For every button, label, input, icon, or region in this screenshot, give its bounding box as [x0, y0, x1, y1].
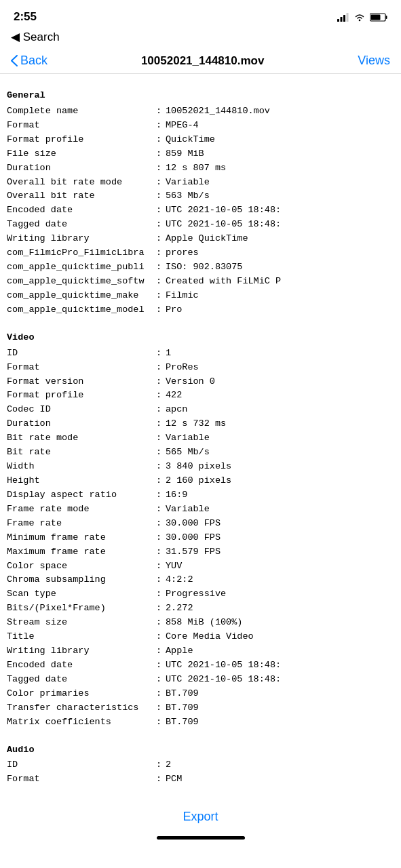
export-button[interactable]: Export	[183, 810, 218, 823]
info-value: UTC 2021-10-05 18:48:	[166, 658, 394, 673]
info-value: MPEG-4	[166, 119, 394, 133]
info-value: 3 840 pixels	[166, 460, 394, 474]
info-key: Format profile	[7, 389, 156, 403]
info-key: Format	[7, 772, 156, 787]
info-separator: :	[156, 460, 166, 474]
info-value: 2	[166, 758, 394, 772]
table-row: com_FilmicPro_FilmicLibra: prores	[7, 246, 394, 260]
info-separator: :	[156, 375, 166, 389]
home-bar	[157, 836, 245, 840]
audio-header: Audio	[7, 743, 394, 757]
info-key: Duration	[7, 417, 156, 431]
info-key: Format	[7, 119, 156, 133]
info-separator: :	[156, 601, 166, 616]
table-row: Frame rate mode : Variable	[7, 502, 394, 517]
info-key: Color space	[7, 559, 156, 574]
svg-rect-7	[371, 14, 381, 20]
page-title: 10052021_144810.mov	[141, 54, 265, 68]
info-key: Display aspect ratio	[7, 488, 156, 502]
table-row: Color primaries : BT.709	[7, 687, 394, 701]
table-row: Matrix coefficients : BT.709	[7, 715, 394, 730]
table-row: Display aspect ratio : 16:9	[7, 488, 394, 502]
info-key: Transfer characteristics	[7, 701, 156, 715]
table-row: Writing library : Apple QuickTime	[7, 232, 394, 246]
info-separator: :	[156, 147, 166, 161]
table-row: Codec ID : apcn	[7, 403, 394, 417]
info-value: Apple QuickTime	[166, 232, 394, 246]
search-bar: ◀ Search	[0, 30, 401, 48]
table-row: File size : 859 MiB	[7, 147, 394, 161]
info-value: Version 0	[166, 375, 394, 389]
info-value: PCM	[166, 772, 394, 787]
table-row: Duration : 12 s 807 ms	[7, 161, 394, 176]
views-button[interactable]: Views	[358, 54, 390, 68]
table-row: com_apple_quicktime_publi: ISO: 902.8307…	[7, 260, 394, 275]
info-value: Variable	[166, 176, 394, 190]
info-separator: :	[156, 616, 166, 630]
status-bar: 2:55	[0, 0, 401, 30]
info-separator: :	[156, 545, 166, 559]
info-value: 859 MiB	[166, 147, 394, 161]
info-separator: :	[156, 658, 166, 673]
info-key: com_FilmicPro_FilmicLibra	[7, 246, 156, 260]
info-key: Frame rate	[7, 517, 156, 531]
info-key: com_apple_quicktime_model	[7, 303, 156, 317]
info-key: Maximum frame rate	[7, 545, 156, 559]
info-value: 10052021_144810.mov	[166, 104, 394, 119]
info-separator: :	[156, 687, 166, 701]
table-row: Format : ProRes	[7, 361, 394, 375]
info-key: Encoded date	[7, 658, 156, 673]
info-key: Matrix coefficients	[7, 715, 156, 730]
info-separator: :	[156, 758, 166, 772]
info-separator: :	[156, 232, 166, 246]
info-separator: :	[156, 417, 166, 431]
table-row: Stream size : 858 MiB (100%)	[7, 616, 394, 630]
battery-icon	[370, 13, 387, 22]
info-value: 4:2:2	[166, 573, 394, 587]
table-row: Overall bit rate : 563 Mb/s	[7, 189, 394, 203]
info-separator: :	[156, 361, 166, 375]
table-row: com_apple_quicktime_softw: Created with …	[7, 275, 394, 289]
info-key: Frame rate mode	[7, 502, 156, 517]
nav-back-button[interactable]: Back	[11, 54, 47, 68]
info-separator: :	[156, 389, 166, 403]
table-row: Color space : YUV	[7, 559, 394, 574]
svg-point-4	[359, 19, 361, 21]
table-row: Format profile : 422	[7, 389, 394, 403]
info-key: Bit rate mode	[7, 431, 156, 446]
info-value: 2 160 pixels	[166, 474, 394, 488]
table-row: Bit rate : 565 Mb/s	[7, 446, 394, 460]
nav-bar: Back 10052021_144810.mov Views	[0, 48, 401, 74]
table-row: Tagged date : UTC 2021-10-05 18:48:	[7, 673, 394, 687]
info-value: UTC 2021-10-05 18:48:	[166, 673, 394, 687]
info-separator: :	[156, 673, 166, 687]
info-value: Progressive	[166, 587, 394, 601]
info-value: 858 MiB (100%)	[166, 616, 394, 630]
info-separator: :	[156, 203, 166, 218]
info-key: Overall bit rate mode	[7, 176, 156, 190]
info-key: Bit rate	[7, 446, 156, 460]
info-separator: :	[156, 260, 166, 275]
svg-rect-1	[341, 17, 343, 22]
info-key: Writing library	[7, 644, 156, 658]
status-icons	[337, 13, 387, 22]
info-separator: :	[156, 474, 166, 488]
info-value: ISO: 902.83075	[166, 260, 394, 275]
info-key: Scan type	[7, 587, 156, 601]
svg-rect-3	[347, 13, 349, 22]
info-separator: :	[156, 303, 166, 317]
info-value: Apple	[166, 644, 394, 658]
info-value: UTC 2021-10-05 18:48:	[166, 218, 394, 232]
table-row: Format : PCM	[7, 772, 394, 787]
info-key: Format profile	[7, 133, 156, 147]
general-rows: Complete name : 10052021_144810.movForma…	[7, 104, 394, 317]
table-row: Writing library : Apple	[7, 644, 394, 658]
table-row: com_apple_quicktime_make : Filmic	[7, 289, 394, 303]
info-key: Format version	[7, 375, 156, 389]
status-time: 2:55	[14, 10, 37, 24]
table-row: Tagged date : UTC 2021-10-05 18:48:	[7, 218, 394, 232]
audio-rows: ID : 2Format : PCM	[7, 758, 394, 787]
table-row: Frame rate : 30.000 FPS	[7, 517, 394, 531]
info-key: Height	[7, 474, 156, 488]
info-value: Variable	[166, 431, 394, 446]
